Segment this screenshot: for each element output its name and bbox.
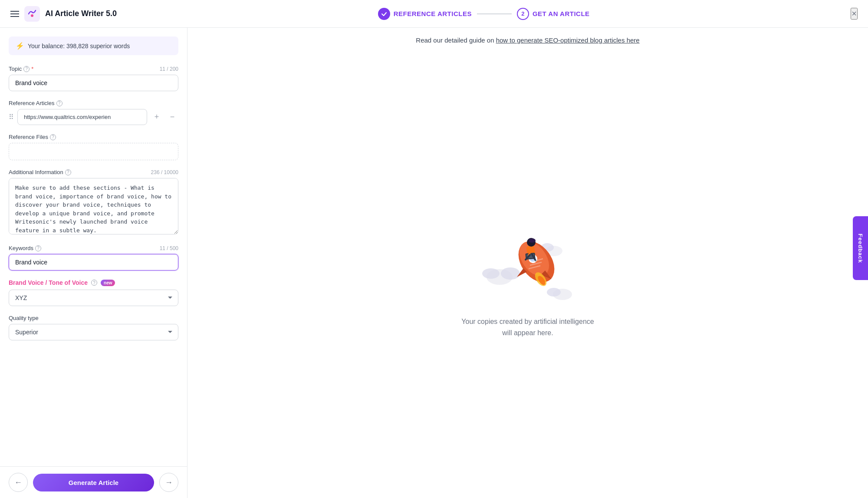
header: AI Article Writer 5.0 REFERENCE ARTICLES…	[0, 0, 868, 28]
brand-voice-label-text: Brand Voice / Tone of Voice	[9, 279, 88, 286]
empty-state-text: Your copies created by artificial intell…	[461, 316, 594, 338]
reference-files-header: Reference Files ?	[9, 134, 178, 140]
step1-check-icon	[378, 8, 390, 20]
remove-reference-button[interactable]: −	[166, 111, 178, 123]
main-content: ⚡ Your balance: 398,828 superior words T…	[0, 28, 868, 498]
feedback-wrapper: Feedback	[853, 216, 868, 282]
keywords-field: Keywords ? 11 / 500	[9, 245, 178, 270]
keywords-char-count: 11 / 500	[160, 245, 178, 251]
balance-bar: ⚡ Your balance: 398,828 superior words	[9, 36, 178, 55]
left-panel: ⚡ Your balance: 398,828 superior words T…	[0, 28, 187, 498]
reference-articles-info-icon[interactable]: ?	[56, 100, 62, 106]
reference-articles-label: Reference Articles ?	[9, 100, 62, 106]
brand-voice-select-wrapper: XYZ Default Professional Casual	[9, 290, 178, 306]
step-connector	[477, 13, 512, 14]
brand-voice-info-icon[interactable]: ?	[91, 280, 97, 286]
reference-files-label: Reference Files ?	[9, 134, 56, 140]
app-title: AI Article Writer 5.0	[45, 9, 117, 18]
header-left: AI Article Writer 5.0	[10, 6, 117, 22]
keywords-input[interactable]	[9, 254, 178, 270]
step2-number: 2	[517, 8, 529, 20]
app-logo-icon	[24, 6, 40, 22]
topic-field-header: Topic ? * 11 / 200	[9, 66, 178, 72]
reference-articles-field: Reference Articles ? ⠿ + −	[9, 100, 178, 125]
lightning-icon: ⚡	[16, 42, 24, 50]
illustration-icon	[467, 195, 589, 316]
step2-label: GET AN ARTICLE	[533, 10, 590, 17]
header-steps: REFERENCE ARTICLES 2 GET AN ARTICLE	[378, 8, 590, 20]
guide-link[interactable]: how to generate SEO-optimized blog artic…	[496, 36, 640, 44]
menu-button[interactable]	[10, 11, 19, 17]
quality-type-header: Quality type	[9, 315, 178, 321]
quality-type-label: Quality type	[9, 315, 39, 321]
topic-input[interactable]	[9, 75, 178, 91]
reference-files-field: Reference Files ?	[9, 134, 178, 160]
additional-info-icon[interactable]: ?	[65, 169, 71, 175]
brand-voice-new-badge: new	[101, 280, 115, 286]
close-button[interactable]: ×	[851, 8, 858, 20]
topic-label: Topic ? *	[9, 66, 33, 72]
quality-type-field: Quality type Superior Premium Standard	[9, 315, 178, 340]
reference-articles-header: Reference Articles ?	[9, 100, 178, 106]
feedback-button[interactable]: Feedback	[853, 216, 868, 280]
step-2[interactable]: 2 GET AN ARTICLE	[517, 8, 590, 20]
brand-voice-field: Brand Voice / Tone of Voice ? new XYZ De…	[9, 279, 178, 306]
bottom-bar: ← Generate Article →	[0, 466, 187, 498]
step-1: REFERENCE ARTICLES	[378, 8, 472, 20]
reference-files-dropzone[interactable]	[9, 143, 178, 160]
additional-info-label: Additional Information ?	[9, 169, 71, 175]
keywords-label: Keywords ?	[9, 245, 41, 251]
svg-point-8	[547, 288, 561, 297]
brand-voice-label-row: Brand Voice / Tone of Voice ? new	[9, 279, 178, 286]
svg-point-4	[482, 268, 500, 279]
svg-point-1	[31, 14, 33, 17]
additional-info-char-count: 236 / 10000	[151, 169, 178, 175]
back-button[interactable]: ←	[9, 473, 28, 492]
reference-article-row: ⠿ + −	[9, 109, 178, 125]
additional-info-header: Additional Information ? 236 / 10000	[9, 169, 178, 175]
additional-info-textarea[interactable]: Make sure to add these sections - What i…	[9, 178, 178, 234]
quality-type-select[interactable]: Superior Premium Standard	[9, 324, 178, 340]
topic-info-icon[interactable]: ?	[23, 66, 30, 72]
balance-text: Your balance: 398,828 superior words	[28, 43, 130, 49]
reference-url-input[interactable]	[17, 109, 147, 125]
step1-label: REFERENCE ARTICLES	[394, 10, 472, 17]
reference-files-info-icon[interactable]: ?	[50, 134, 56, 140]
svg-point-19	[529, 238, 536, 243]
svg-point-3	[501, 267, 520, 280]
guide-text: Read our detailed guide on how to genera…	[416, 36, 639, 44]
topic-required: *	[31, 66, 33, 72]
keywords-info-icon[interactable]: ?	[35, 245, 41, 251]
add-reference-button[interactable]: +	[151, 111, 163, 123]
svg-rect-0	[24, 6, 40, 22]
additional-info-field: Additional Information ? 236 / 10000 Mak…	[9, 169, 178, 236]
brand-voice-select[interactable]: XYZ Default Professional Casual	[9, 290, 178, 306]
forward-button[interactable]: →	[159, 473, 178, 492]
topic-field: Topic ? * 11 / 200	[9, 66, 178, 91]
keywords-header: Keywords ? 11 / 500	[9, 245, 178, 251]
right-panel: Read our detailed guide on how to genera…	[187, 28, 868, 498]
quality-type-select-wrapper: Superior Premium Standard	[9, 324, 178, 340]
drag-handle-icon[interactable]: ⠿	[9, 113, 14, 121]
generate-article-button[interactable]: Generate Article	[33, 474, 154, 491]
illustration-container: Your copies created by artificial intell…	[461, 44, 594, 489]
topic-char-count: 11 / 200	[160, 66, 178, 72]
